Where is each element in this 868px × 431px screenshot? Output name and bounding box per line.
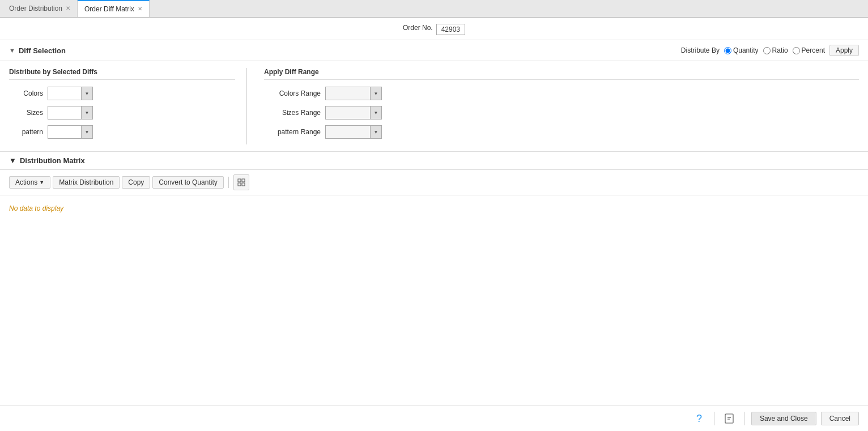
sizes-label: Sizes: [9, 109, 43, 117]
grid-icon: [237, 178, 245, 186]
order-no-value: 42903: [436, 24, 465, 35]
order-no-bar: Order No. 42903: [0, 18, 868, 40]
help-icon[interactable]: ?: [691, 411, 707, 426]
toolbar-separator: [228, 177, 229, 188]
pattern-dropdown[interactable]: ▼: [48, 125, 93, 139]
apply-button[interactable]: Apply: [829, 45, 859, 56]
radio-quantity-label: Quantity: [733, 46, 759, 54]
dist-matrix-collapse[interactable]: ▼: [9, 156, 16, 165]
svg-rect-3: [242, 183, 245, 186]
bookmark-svg: [724, 413, 734, 424]
pattern-range-row: pattern Range ▼: [264, 125, 859, 139]
pattern-label: pattern: [9, 128, 43, 136]
grid-icon-button[interactable]: [233, 174, 249, 190]
sizes-range-label: Sizes Range: [264, 109, 321, 117]
colors-range-row: Colors Range ▼: [264, 87, 859, 100]
radio-quantity-input[interactable]: [724, 47, 731, 54]
footer-separator-1: [714, 412, 714, 425]
dist-matrix-header: ▼ Distribution Matrix: [0, 151, 868, 170]
svg-rect-0: [238, 179, 241, 182]
radio-quantity[interactable]: Quantity: [724, 46, 759, 54]
svg-rect-4: [725, 414, 733, 423]
sizes-dropdown-arrow: ▼: [81, 106, 92, 119]
main-content: Order No. 42903 ▼ Diff Selection Distrib…: [0, 18, 868, 431]
tab-order-diff-matrix[interactable]: Order Diff Matrix ✕: [78, 0, 150, 17]
colors-range-dropdown-arrow: ▼: [370, 87, 381, 100]
pattern-dropdown-arrow: ▼: [81, 126, 92, 138]
distribute-by-label: Distribute By: [681, 46, 720, 54]
radio-ratio[interactable]: Ratio: [763, 46, 788, 54]
sizes-row: Sizes ▼: [9, 106, 235, 120]
pattern-range-dropdown-arrow: ▼: [370, 126, 381, 138]
pattern-range-dropdown[interactable]: ▼: [325, 125, 382, 139]
save-and-close-button[interactable]: Save and Close: [751, 412, 816, 425]
dist-matrix-title: Distribution Matrix: [20, 156, 85, 165]
cancel-button[interactable]: Cancel: [821, 412, 859, 425]
tab-bar: Order Distribution ✕ Order Diff Matrix ✕: [0, 0, 868, 18]
diff-selection-header: ▼ Diff Selection Distribute By Quantity …: [0, 40, 868, 61]
radio-ratio-input[interactable]: [763, 47, 771, 54]
colors-range-label: Colors Range: [264, 89, 321, 97]
apply-diff-range: Apply Diff Range Colors Range ▼ Sizes Ra…: [247, 68, 859, 144]
toolbar: Actions ▼ Matrix Distribution Copy Conve…: [0, 170, 868, 195]
pattern-row: pattern ▼: [9, 125, 235, 139]
distribute-by-diffs: Distribute by Selected Diffs Colors ▼ Si…: [9, 68, 247, 144]
tab-order-distribution-close[interactable]: ✕: [66, 6, 70, 11]
tab-order-diff-matrix-label: Order Diff Matrix: [84, 5, 134, 13]
actions-button[interactable]: Actions ▼: [9, 176, 50, 189]
matrix-distribution-button[interactable]: Matrix Distribution: [53, 176, 120, 189]
diff-selection-title: Diff Selection: [19, 46, 66, 55]
distribute-by-diffs-title: Distribute by Selected Diffs: [9, 68, 235, 80]
colors-label: Colors: [9, 89, 43, 97]
sizes-range-dropdown-arrow: ▼: [370, 106, 381, 119]
svg-rect-2: [238, 183, 241, 186]
colors-range-dropdown[interactable]: ▼: [325, 87, 382, 100]
actions-label: Actions: [15, 178, 37, 186]
radio-percent-label: Percent: [802, 46, 825, 54]
apply-diff-range-title: Apply Diff Range: [264, 68, 859, 80]
colors-row: Colors ▼: [9, 87, 235, 100]
tab-order-distribution-label: Order Distribution: [9, 5, 62, 12]
pattern-range-label: pattern Range: [264, 128, 321, 136]
actions-chevron: ▼: [39, 180, 44, 185]
colors-dropdown-arrow: ▼: [81, 87, 92, 100]
order-no-label: Order No.: [403, 24, 433, 35]
distribute-by-row: Distribute By Quantity Ratio Percent App…: [681, 45, 859, 56]
sizes-range-row: Sizes Range ▼: [264, 106, 859, 120]
footer: ? Save and Close Cancel: [0, 406, 868, 431]
diff-selection-content: Distribute by Selected Diffs Colors ▼ Si…: [0, 61, 868, 151]
diff-selection-collapse[interactable]: ▼: [9, 47, 15, 54]
colors-dropdown[interactable]: ▼: [48, 87, 93, 100]
radio-percent-input[interactable]: [793, 47, 800, 54]
footer-separator-2: [744, 412, 744, 425]
radio-percent[interactable]: Percent: [793, 46, 825, 54]
tab-order-diff-matrix-close[interactable]: ✕: [138, 6, 142, 12]
sizes-range-dropdown[interactable]: ▼: [325, 106, 382, 120]
bookmark-icon[interactable]: [721, 411, 737, 426]
sizes-dropdown[interactable]: ▼: [48, 106, 93, 120]
convert-to-quantity-button[interactable]: Convert to Quantity: [152, 176, 223, 189]
svg-rect-1: [242, 179, 245, 182]
no-data-message: No data to display: [0, 195, 868, 221]
tab-order-distribution[interactable]: Order Distribution ✕: [2, 0, 78, 17]
radio-ratio-label: Ratio: [772, 46, 788, 54]
copy-button[interactable]: Copy: [122, 176, 150, 189]
